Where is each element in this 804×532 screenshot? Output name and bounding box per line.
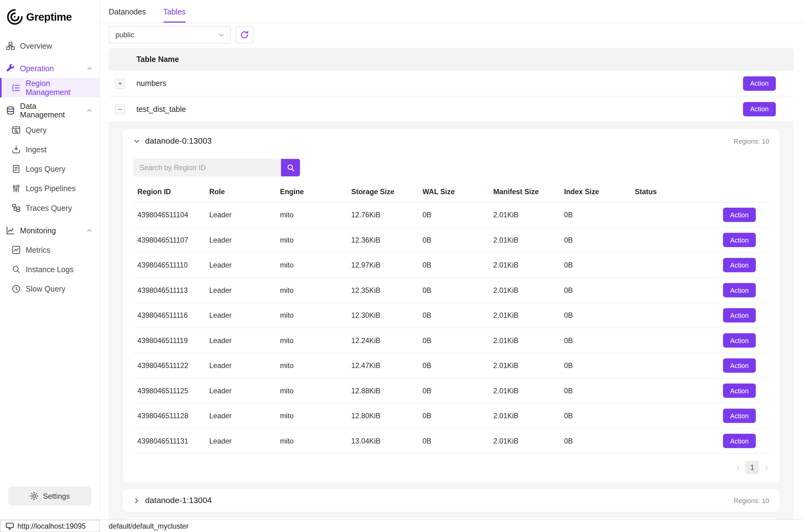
region-action-button[interactable]: Action (723, 208, 756, 222)
sidebar-item-overview[interactable]: Overview (0, 36, 100, 55)
datanode-header[interactable]: datanode-0:13003 Regions: 10 (133, 129, 769, 153)
region-action-button[interactable]: Action (723, 308, 756, 323)
tab-tables[interactable]: Tables (164, 0, 186, 22)
sidebar-item-label: Logs Query (25, 164, 65, 173)
table-name-column-header: Table Name (136, 55, 179, 63)
page-number[interactable]: 1 (745, 461, 759, 474)
storage-size-cell: 12.97KiB (347, 252, 418, 278)
status-cell (631, 403, 703, 429)
database-icon (6, 106, 15, 114)
chevron-down-icon (218, 32, 224, 38)
sidebar-item-ingest[interactable]: Ingest (0, 139, 100, 159)
prev-page-icon[interactable]: ‹ (736, 463, 739, 472)
sidebar-item-label: Metrics (25, 245, 50, 254)
column-header-region-id: Region ID (133, 182, 205, 202)
tab-datanodes[interactable]: Datanodes (109, 0, 146, 22)
status-cell (631, 429, 703, 454)
action-cell: Action (703, 202, 769, 227)
sidebar-item-label: Operation (20, 64, 54, 72)
datanode-name: datanode-1:13004 (145, 496, 212, 505)
region-search (133, 159, 300, 177)
wal-size-cell: 0B (418, 227, 489, 253)
action-cell: Action (703, 303, 769, 328)
expand-plus-button[interactable]: + (115, 78, 125, 89)
datanode-header[interactable]: datanode-1:13004 Regions: 10 (123, 489, 779, 512)
index-size-cell: 0B (560, 202, 631, 227)
sidebar-item-slow-query[interactable]: Slow Query (0, 279, 100, 298)
storage-size-cell: 13.04KiB (347, 429, 418, 454)
toolbar: public (100, 23, 804, 47)
action-cell: Action (703, 378, 769, 403)
region-action-button[interactable]: Action (723, 434, 756, 448)
storage-size-cell: 12.88KiB (347, 378, 418, 403)
sidebar-section-monitoring[interactable]: Monitoring (0, 221, 100, 240)
table-row: 4398046511104 Leader mito 12.76KiB 0B 2.… (133, 202, 769, 227)
index-size-cell: 0B (560, 278, 631, 303)
table-row: + numbers Action (109, 71, 794, 96)
database-select[interactable]: public (109, 26, 231, 44)
overview-icon (6, 41, 15, 50)
sidebar-item-label: Logs Pipelines (25, 184, 76, 192)
status-cell (631, 303, 703, 328)
refresh-button[interactable] (236, 26, 253, 44)
brand-name: Greptime (26, 11, 72, 23)
chevron-up-icon (87, 227, 92, 233)
column-header-index-size: Index Size (560, 182, 631, 202)
action-cell: Action (703, 227, 769, 253)
region-action-button[interactable]: Action (723, 383, 756, 398)
region-action-button[interactable]: Action (723, 359, 756, 373)
storage-size-cell: 12.36KiB (347, 227, 418, 253)
sidebar-item-label: Slow Query (25, 284, 65, 293)
region-search-input[interactable] (133, 159, 281, 177)
table-action-button[interactable]: Action (743, 102, 776, 116)
engine-cell: mito (276, 378, 347, 403)
sidebar-item-logs-query[interactable]: Logs Query (0, 159, 100, 178)
next-page-icon[interactable]: › (765, 463, 768, 472)
sidebar-nav: Overview Operation Region Management Dat… (0, 28, 100, 298)
table-row: 4398046511125 Leader mito 12.88KiB 0B 2.… (133, 378, 769, 403)
status-cell (631, 278, 703, 303)
connection-url: http://localhost:19095 (18, 522, 86, 530)
settings-button[interactable]: Settings (8, 487, 91, 506)
region-action-button[interactable]: Action (723, 333, 756, 348)
host-monitor-icon (5, 522, 14, 530)
manifest-size-cell: 2.01KiB (489, 227, 560, 253)
chevron-down-icon (133, 138, 140, 145)
region-id-cell: 4398046511110 (133, 252, 205, 278)
region-id-cell: 4398046511113 (133, 278, 205, 303)
wal-size-cell: 0B (418, 252, 489, 278)
sidebar-item-instance-logs[interactable]: Instance Logs (0, 260, 100, 279)
region-id-cell: 4398046511119 (133, 328, 205, 353)
region-action-button[interactable]: Action (723, 283, 756, 298)
region-action-button[interactable]: Action (723, 258, 756, 272)
regions-count: Regions: 10 (734, 497, 769, 504)
region-action-button[interactable]: Action (723, 409, 756, 423)
role-cell: Leader (205, 227, 276, 253)
sidebar-item-label: Overview (20, 41, 52, 50)
sidebar-item-query[interactable]: Query (0, 120, 100, 139)
sidebar-item-traces-query[interactable]: Traces Query (0, 198, 100, 217)
sidebar-section-data-management[interactable]: Data Management (0, 100, 100, 120)
sidebar-item-metrics[interactable]: Metrics (0, 240, 100, 259)
region-action-button[interactable]: Action (723, 233, 756, 247)
tables-list: Table Name + numbers Action − test_dist_… (100, 46, 804, 519)
sidebar-item-logs-pipelines[interactable]: Logs Pipelines (0, 178, 100, 198)
sidebar-section-operation[interactable]: Operation (0, 59, 100, 78)
engine-cell: mito (276, 429, 347, 454)
table-row: 4398046511116 Leader mito 12.30KiB 0B 2.… (133, 303, 769, 328)
brand-logo[interactable]: Greptime (0, 0, 100, 28)
column-header-manifest-size: Manifest Size (489, 182, 560, 202)
region-id-cell: 4398046511116 (133, 303, 205, 328)
table-action-button[interactable]: Action (743, 76, 776, 91)
chevron-right-icon (133, 497, 140, 504)
search-button[interactable] (281, 159, 300, 177)
table-name: numbers (136, 79, 743, 88)
table-list-header: Table Name (109, 48, 794, 71)
engine-cell: mito (276, 252, 347, 278)
engine-cell: mito (276, 328, 347, 353)
refresh-icon (240, 30, 249, 39)
tab-bar: Datanodes Tables (100, 0, 804, 23)
sidebar-item-region-management[interactable]: Region Management (0, 78, 100, 97)
connection-url-box[interactable]: http://localhost:19095 (0, 520, 100, 532)
collapse-minus-button[interactable]: − (115, 104, 125, 114)
